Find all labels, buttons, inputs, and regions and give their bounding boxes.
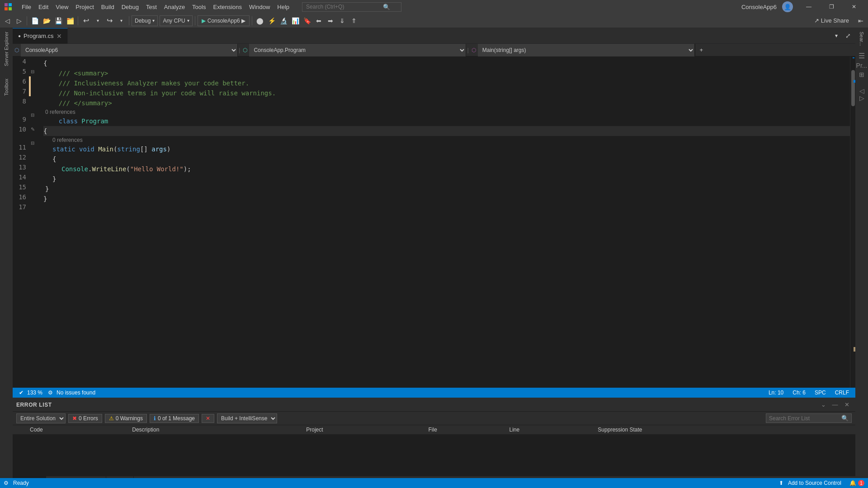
error-search-input[interactable]: [769, 415, 841, 422]
code-content-area[interactable]: { /// <summary> /// Inclusiveness Analyz…: [40, 56, 850, 388]
new-file-button[interactable]: 📄: [29, 15, 40, 26]
toolbar-separator-5: [252, 16, 252, 25]
svg-rect-3: [9, 7, 12, 10]
fold-icon-11[interactable]: ⊟: [31, 141, 34, 145]
server-explorer-label[interactable]: Server Explorer: [3, 30, 10, 68]
toolbar-btn-10[interactable]: ➡: [325, 15, 336, 26]
open-file-button[interactable]: 📂: [41, 15, 52, 26]
sidebar-right-btn-1[interactable]: ☰: [859, 52, 865, 60]
zoom-status[interactable]: ✔ 133 %: [16, 388, 45, 398]
chevron-right-icon[interactable]: ▷: [859, 94, 864, 102]
notification-count: 1: [858, 480, 864, 486]
menu-project[interactable]: Project: [72, 3, 97, 11]
breakpoint-button[interactable]: ⬤: [255, 15, 265, 26]
scope-selector[interactable]: Entire Solution: [16, 413, 66, 423]
intellisense-filter[interactable]: Build + IntelliSense: [217, 413, 277, 423]
editor-scrollbar[interactable]: [850, 56, 855, 388]
code-line-16: }: [43, 194, 850, 204]
line-status[interactable]: Ln: 10: [766, 388, 786, 398]
line-ending-status[interactable]: CRLF: [832, 388, 852, 398]
panel-close-button[interactable]: ✕: [842, 400, 852, 410]
sidebar-right-btn-2[interactable]: Pr...: [856, 62, 868, 69]
user-avatar[interactable]: 👤: [782, 1, 793, 12]
col-project[interactable]: Project: [302, 425, 425, 435]
forward-button[interactable]: ▷: [14, 15, 24, 26]
live-share-button[interactable]: ↗ Live Share: [811, 16, 853, 25]
warnings-badge[interactable]: ⚠ 0 Warnings: [105, 414, 147, 423]
menu-extensions[interactable]: Extensions: [209, 3, 245, 11]
col-description[interactable]: Description: [128, 425, 302, 435]
col-line[interactable]: Line: [505, 425, 594, 435]
scroll-thumb[interactable]: [851, 70, 855, 106]
search-box[interactable]: 🔍: [302, 2, 401, 12]
new-file-nav-button[interactable]: +: [695, 44, 708, 56]
menu-file[interactable]: File: [18, 3, 35, 11]
col-code[interactable]: Code: [26, 425, 128, 435]
notification-bell[interactable]: 🔔: [849, 480, 856, 486]
toolbar-btn-8[interactable]: 🔖: [302, 15, 312, 26]
menu-help[interactable]: Help: [274, 3, 293, 11]
menu-debug[interactable]: Debug: [118, 3, 142, 11]
maximize-button[interactable]: ❐: [821, 0, 842, 14]
menu-analyze[interactable]: Analyze: [160, 3, 189, 11]
expand-editor-button[interactable]: ⤢: [843, 30, 854, 41]
add-source-control[interactable]: Add to Source Control: [785, 478, 844, 488]
platform-dropdown[interactable]: Any CPU ▾: [160, 15, 192, 26]
error-search-icon[interactable]: 🔍: [841, 415, 849, 422]
gutter-row-15: 15: [13, 182, 40, 192]
menu-tools[interactable]: Tools: [189, 3, 209, 11]
ready-icon: ⚙: [4, 480, 9, 486]
toolbox-label[interactable]: Toolbox: [3, 77, 10, 98]
close-button[interactable]: ✕: [844, 0, 864, 14]
toolbar-btn-11[interactable]: ⇓: [337, 15, 348, 26]
menu-edit[interactable]: Edit: [35, 3, 52, 11]
errors-badge[interactable]: ✖ 0 Errors: [68, 414, 102, 423]
code-editor[interactable]: 4 5 ⊟ 6 7: [13, 56, 855, 388]
global-search-input[interactable]: [306, 4, 383, 10]
program-cs-tab[interactable]: ● Program.cs ✕: [13, 28, 68, 44]
toolbar-btn-9[interactable]: ⬅: [313, 15, 324, 26]
panel-minimize-button[interactable]: —: [830, 400, 840, 410]
sidebar-right-btn-3[interactable]: ⊞: [859, 71, 864, 78]
redo-dropdown[interactable]: ▾: [116, 15, 127, 26]
menu-view[interactable]: View: [52, 3, 72, 11]
menu-build[interactable]: Build: [98, 3, 118, 11]
save-all-button[interactable]: 🗂️: [65, 15, 75, 26]
error-search-box[interactable]: 🔍: [766, 413, 852, 423]
char-status[interactable]: Ch: 6: [790, 388, 808, 398]
fold-icon-5[interactable]: ⊟: [31, 69, 34, 74]
collapse-button[interactable]: ⇤: [855, 15, 866, 26]
profiler-button[interactable]: ⚡: [266, 15, 277, 26]
col-severity[interactable]: [13, 425, 26, 435]
fold-icon-9[interactable]: ⊟: [31, 113, 34, 117]
encoding-status[interactable]: SPC: [812, 388, 829, 398]
col-file[interactable]: File: [425, 425, 505, 435]
configuration-dropdown[interactable]: Debug ▾: [132, 15, 158, 26]
member-selector[interactable]: Main(string[] args): [478, 44, 695, 56]
run-button[interactable]: ▶ ConsoleApp6 ▶: [198, 15, 250, 26]
menu-test[interactable]: Test: [142, 3, 160, 11]
tab-close-button[interactable]: ✕: [57, 33, 62, 40]
analyze-button[interactable]: 🔬: [278, 15, 289, 26]
panel-chevron-button[interactable]: ⌄: [818, 400, 828, 410]
col-suppression[interactable]: Suppression State: [594, 425, 855, 435]
minimize-button[interactable]: —: [798, 0, 819, 14]
pen-icon-10[interactable]: ✎: [31, 127, 35, 132]
undo-dropdown[interactable]: ▾: [92, 15, 103, 26]
back-button[interactable]: ◁: [2, 15, 13, 26]
ready-status[interactable]: Ready: [10, 478, 32, 488]
undo-button[interactable]: ↩: [80, 15, 91, 26]
namespace-selector[interactable]: ConsoleApp.Program: [249, 44, 466, 56]
menu-window[interactable]: Window: [245, 3, 274, 11]
redo-button[interactable]: ↪: [104, 15, 115, 26]
chevron-left-icon[interactable]: ◁: [859, 87, 864, 94]
app-icon: [4, 2, 13, 11]
filter-badge[interactable]: ✕: [202, 414, 214, 423]
no-issues-status[interactable]: ⚙ No issues found: [45, 388, 98, 398]
save-button[interactable]: 💾: [53, 15, 64, 26]
toolbar-btn-12[interactable]: ⇑: [349, 15, 359, 26]
toolbar-btn-7[interactable]: 📊: [290, 15, 301, 26]
messages-badge[interactable]: ℹ 0 of 1 Message: [150, 414, 199, 423]
tab-list-button[interactable]: ▾: [831, 30, 842, 41]
project-selector[interactable]: ConsoleApp6: [21, 44, 238, 56]
